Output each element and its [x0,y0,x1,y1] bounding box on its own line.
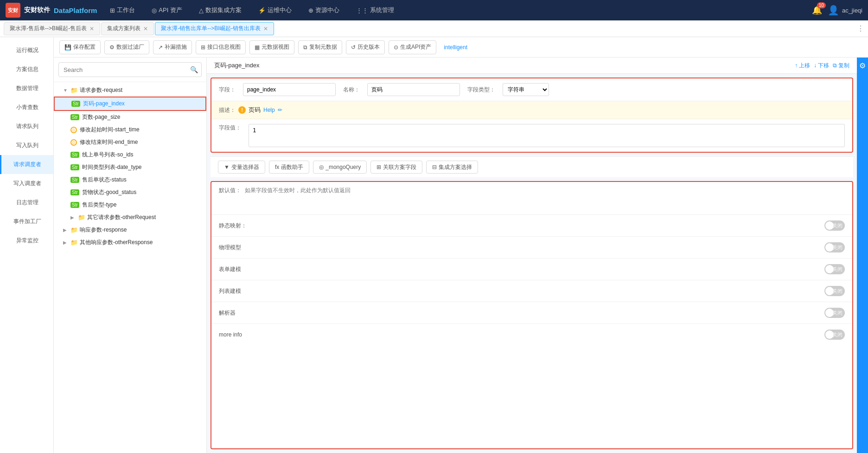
interface-view-button[interactable]: ⊞ 接口信息视图 [196,40,246,54]
intelligent-button[interactable]: intelligent [440,44,471,51]
tree-node-type[interactable]: Str 售后类型-type [54,199,206,211]
tree-node-start-time[interactable]: ⊙ 修改起始时间-start_time [54,123,206,136]
generate-api-button[interactable]: ⊙ 生成API资产 [389,40,436,54]
tree-node-so-ids[interactable]: Str 线上单号列表-so_ids [54,149,206,161]
edit-icon[interactable]: ✏ [278,107,282,113]
copy-button[interactable]: ⧉ 复制 [833,62,849,70]
variable-selector-button[interactable]: ▼ 变量选择器 [218,161,265,174]
mongo-icon: ◎ [319,164,324,170]
data-filter-button[interactable]: ⚙ 数据过滤厂 [104,40,149,54]
tab-3[interactable]: 聚水潭-销售出库单-->BI崛起-销售出库表 ✕ [155,22,274,35]
tree-node-end-time[interactable]: ⊙ 修改结束时间-end_time [54,136,206,149]
mongo-query-button[interactable]: ◎ _mongoQuery [313,161,367,174]
supplement-icon: ↗ [158,44,163,51]
copy-meta-button[interactable]: ⧉ 复制元数据 [298,40,342,54]
integration-select-button[interactable]: ⊟ 集成方案选择 [426,161,478,174]
content-area: 💾 保存配置 ⚙ 数据过滤厂 ↗ 补漏措施 ⊞ 接口信息视图 ▦ 元数据视图 ⧉ [54,37,868,453]
up-icon: ↑ [795,62,798,69]
tab-1-close[interactable]: ✕ [89,26,94,32]
default-value-label: 默认值： [219,187,241,194]
list-model-toggle[interactable]: 关闭 [824,286,845,296]
nav-ops[interactable]: ⚡ 运维中心 [255,4,295,16]
toggle-label-physical: 关闭 [832,244,842,251]
user-avatar[interactable]: 👤 ac_jieqi [828,5,862,16]
tree-node-label: 请求参数-request [80,86,122,94]
nav-system[interactable]: ⋮⋮ 系统管理 [352,4,398,16]
sidebar-item-plan-info[interactable]: 方案信息 [0,60,53,79]
tree-node-good-status[interactable]: Str 货物状态-good_status [54,186,206,199]
nav-data-collect[interactable]: △ 数据集成方案 [195,4,245,16]
default-value-input[interactable] [245,187,845,210]
tab-2[interactable]: 集成方案列表 ✕ [101,22,154,35]
sidebar-item-event-factory[interactable]: 事件加工厂 [0,212,53,231]
tree-node-response[interactable]: ▶ 📁 响应参数-response [54,224,206,236]
variable-icon: ▼ [224,164,230,170]
sidebar-item-overview[interactable]: 运行概况 [0,41,53,60]
tree-node-request-params[interactable]: ▼ 📁 请求参数-request [54,84,206,97]
sidebar-item-exception-monitor[interactable]: 异常监控 [0,231,53,250]
sidebar-item-data-mgmt[interactable]: 数据管理 [0,79,53,98]
notification-bell[interactable]: 🔔 10 [812,5,822,15]
function-helper-button[interactable]: fx 函数助手 [269,161,309,174]
name-value-input[interactable] [367,83,460,96]
interface-icon: ⊞ [201,44,205,51]
static-map-toggle[interactable]: 关闭 [824,220,845,231]
tab-1[interactable]: 聚水潭-售后单-->BI崛起-售后表 ✕ [4,22,100,35]
tab-2-close[interactable]: ✕ [143,26,148,32]
field-value-textarea[interactable]: 1 [249,124,845,147]
desc-text: 页码 [249,106,261,114]
tree-node-page-size[interactable]: Str 页数-page_size [54,111,206,123]
folder-icon: 📁 [70,87,78,94]
related-icon: ⊞ [377,164,381,170]
related-field-button[interactable]: ⊞ 关联方案字段 [370,161,422,174]
tree-node-label: 时间类型列表-date_type [82,163,142,171]
tree-node-date-type[interactable]: Str 时间类型列表-date_type [54,161,206,174]
str-badge-page-index: Str [71,101,80,107]
sidebar-item-small-query[interactable]: 小青查数 [0,98,53,117]
physical-model-toggle[interactable]: 关闭 [824,242,845,252]
sidebar-item-write-queue[interactable]: 写入队列 [0,136,53,155]
tabs-more-button[interactable]: ⋮ [857,24,864,33]
tab-1-label: 聚水潭-售后单-->BI崛起-售后表 [10,25,87,32]
parser-toggle[interactable]: 关闭 [824,308,845,318]
tab-3-close[interactable]: ✕ [263,26,268,32]
tree-node-other-request[interactable]: ▶ 📁 其它请求参数-otherRequest [54,211,206,224]
field-name-type-row: 字段： 名称： 字段类型： 字符串 数字 布尔 数组 对象 [211,78,852,101]
sidebar-item-write-scheduler[interactable]: 写入调度者 [0,174,53,193]
detail-panel: 页码-page_index ↑ 上移 ↓ 下移 ⧉ 复制 [207,58,857,453]
folder-icon-other-response: 📁 [70,239,78,246]
platform-name: DataPlatform [54,6,97,14]
history-button[interactable]: ↺ 历史版本 [346,40,385,54]
logo-icon: 安财 [6,3,20,18]
desc-label: 描述： [219,106,236,114]
parser-label: 解析器 [219,309,236,317]
meta-view-button[interactable]: ▦ 元数据视图 [249,40,294,54]
field-value-label: 字段值： [219,124,241,132]
sidebar-item-log-mgmt[interactable]: 日志管理 [0,193,53,212]
move-up-button[interactable]: ↑ 上移 [795,62,810,70]
header-actions: ↑ 上移 ↓ 下移 ⧉ 复制 [795,62,849,70]
generate-icon: ⊙ [394,44,398,51]
sidebar-item-request-scheduler[interactable]: 请求调度者 [0,155,53,174]
field-value-input[interactable] [243,83,336,96]
save-config-button[interactable]: 💾 保存配置 [59,40,101,54]
supplement-button[interactable]: ↗ 补漏措施 [153,40,192,54]
desc-warning-icon: ! [238,106,246,114]
settings-side-panel[interactable]: ⚙ [857,58,868,453]
form-model-toggle[interactable]: 关闭 [824,264,845,274]
nav-workbench[interactable]: ⊞ 工作台 [106,4,139,16]
tree-node-other-response[interactable]: ▶ 📁 其他响应参数-otherResponse [54,236,206,249]
help-link[interactable]: Help [263,107,275,113]
more-info-toggle[interactable]: 关闭 [824,330,845,340]
nav-api[interactable]: ◎ API 资产 [148,4,186,16]
tree-node-page-index[interactable]: Str 页码-page_index [54,97,206,111]
str-badge-page-size: Str [70,114,79,120]
type-select[interactable]: 字符串 数字 布尔 数组 对象 [503,83,549,96]
nav-resource[interactable]: ⊕ 资源中心 [305,4,343,16]
integration-icon: ⊟ [432,164,437,170]
tree-node-status[interactable]: Str 售后单状态-status [54,174,206,186]
filter-icon: ⚙ [109,44,115,51]
sidebar-item-request-queue[interactable]: 请求队列 [0,117,53,136]
search-input[interactable] [58,62,202,77]
move-down-button[interactable]: ↓ 下移 [814,62,829,70]
